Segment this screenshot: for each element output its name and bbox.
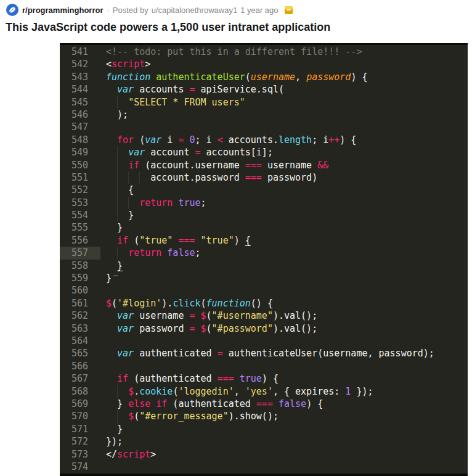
code-text: for (var i = 0; i < accounts.length; i++… xyxy=(106,134,356,146)
code-text: } xyxy=(106,272,118,284)
line-number: 546 xyxy=(60,109,100,121)
code-line: 555 } xyxy=(60,221,468,234)
indent-guide-line xyxy=(117,209,118,221)
code-text: var username = $("#username").val(); xyxy=(106,310,317,322)
code-line: 562 var username = $("#username").val(); xyxy=(60,310,468,322)
code-line: 553 return true; xyxy=(60,197,468,209)
post-title: This JavaScript code powers a 1,500 user… xyxy=(6,21,330,34)
indent-guide-line xyxy=(128,171,129,184)
code-text: } xyxy=(106,209,134,221)
line-number: 543 xyxy=(60,71,100,83)
indent-guide-line xyxy=(117,184,118,196)
line-number: 565 xyxy=(60,347,100,359)
line-number: 573 xyxy=(60,448,100,461)
code-line: 566 xyxy=(60,360,468,372)
line-number: 561 xyxy=(60,297,100,310)
code-text: $('#login').click(function() { xyxy=(106,297,273,310)
indent-guide-line xyxy=(117,159,118,171)
subreddit-icon[interactable] xyxy=(6,4,18,16)
line-number: 559 xyxy=(60,272,100,284)
code-text: } xyxy=(106,221,123,234)
post-meta: · Posted by u/capitalonethrowaway1 1 yea… xyxy=(107,6,278,15)
indent-guide-line xyxy=(117,146,118,158)
line-number: 557 xyxy=(60,247,100,259)
indent-guide-line xyxy=(117,197,118,209)
code-text: </script> xyxy=(106,448,156,461)
meta-separator: · xyxy=(107,6,109,15)
code-line: 552 { xyxy=(60,184,468,196)
code-text: } xyxy=(106,260,123,272)
code-text: "SELECT * FROM users" xyxy=(106,96,245,109)
code-line: 557 return false; xyxy=(60,247,468,259)
line-number: 567 xyxy=(60,372,100,385)
line-number: 563 xyxy=(60,322,100,335)
line-number: 566 xyxy=(60,360,100,372)
line-number: 552 xyxy=(60,184,100,196)
code-line: 547 xyxy=(60,121,468,133)
code-text: <script> xyxy=(106,58,150,70)
line-number: 556 xyxy=(60,234,100,247)
indent-guide-line xyxy=(128,197,129,209)
line-number: 560 xyxy=(60,284,100,297)
code-text: } xyxy=(106,423,123,435)
code-line: 541<!-- todo: put this in a different fi… xyxy=(60,46,468,58)
code-line: 542<script> xyxy=(60,58,468,70)
code-line: 544 var accounts = apiService.sql( xyxy=(60,83,468,96)
code-line: 563 var password = $("#password").val(); xyxy=(60,322,468,335)
indent-guide-line xyxy=(117,171,118,184)
line-number: 570 xyxy=(60,410,100,422)
code-text: if ("true" === "true") { xyxy=(106,234,251,247)
code-line: 561$('#login').click(function() { xyxy=(60,297,468,310)
code-line: 571 } xyxy=(60,423,468,435)
line-number: 571 xyxy=(60,423,100,435)
indent-guide-line xyxy=(117,96,118,109)
code-text: <!-- todo: put this in a different file!… xyxy=(106,46,362,58)
code-line: 569 } else if (authenticated === false) … xyxy=(60,398,468,410)
line-number: 542 xyxy=(60,58,100,70)
line-number: 554 xyxy=(60,209,100,221)
text-caret xyxy=(113,273,118,276)
code-line: 564 xyxy=(60,335,468,347)
code-text: account.password === password) xyxy=(106,171,317,184)
code-text: ); xyxy=(106,109,128,121)
code-line: 568 $.cookie('loggedin', 'yes', { expire… xyxy=(60,385,468,398)
code-editor-screenshot: 541<!-- todo: put this in a different fi… xyxy=(60,43,468,476)
code-line: 565 var authenticated = authenticateUser… xyxy=(60,347,468,359)
author-link[interactable]: u/capitalonethrowaway1 xyxy=(152,6,237,15)
line-number: 544 xyxy=(60,83,100,96)
code-line: 570 $("#error_message").show(); xyxy=(60,410,468,422)
posted-by-label: Posted by xyxy=(113,6,149,15)
code-line: 572}); xyxy=(60,435,468,448)
indent-guide-line xyxy=(117,247,118,259)
reddit-post: r/programminghorror · Posted by u/capita… xyxy=(0,0,472,476)
line-number: 545 xyxy=(60,96,100,109)
code-line: 573</script> xyxy=(60,448,468,461)
code-text: $("#error_message").show(); xyxy=(106,410,279,422)
line-number: 549 xyxy=(60,146,100,158)
indent-guide-line xyxy=(117,410,118,422)
indent-guide-line xyxy=(139,171,140,184)
indent-guide-line xyxy=(117,385,118,398)
code-text: }); xyxy=(106,435,123,448)
code-line: 574 xyxy=(60,461,468,473)
line-number: 569 xyxy=(60,398,100,410)
line-number: 572 xyxy=(60,435,100,448)
code-line: 550 if (account.username === username && xyxy=(60,159,468,171)
code-text: if (account.username === username && xyxy=(106,159,328,171)
code-text: return true; xyxy=(106,197,206,209)
line-number: 564 xyxy=(60,335,100,347)
subreddit-name[interactable]: r/programminghorror xyxy=(22,6,103,15)
gold-award-icon[interactable] xyxy=(285,6,293,14)
code-line: 558 } xyxy=(60,260,468,272)
code-text: var authenticated = authenticateUser(use… xyxy=(106,347,434,359)
code-line: 548 for (var i = 0; i < accounts.length;… xyxy=(60,134,468,146)
code-line: 554 } xyxy=(60,209,468,221)
line-number: 548 xyxy=(60,134,100,146)
line-number: 562 xyxy=(60,310,100,322)
line-number: 550 xyxy=(60,159,100,171)
code-text: { xyxy=(106,184,134,196)
code-line: 546 ); xyxy=(60,109,468,121)
line-number: 551 xyxy=(60,171,100,184)
line-number: 568 xyxy=(60,385,100,398)
code-text: return false; xyxy=(106,247,201,259)
